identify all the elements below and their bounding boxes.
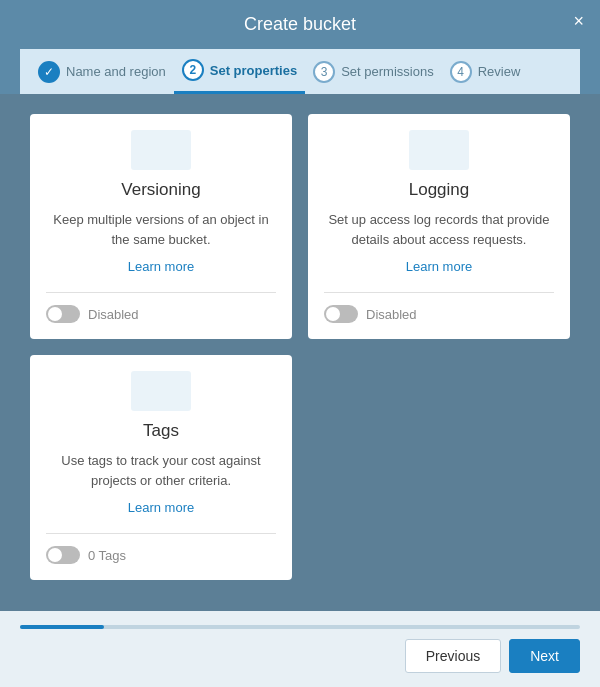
step-3-circle: 3	[313, 61, 335, 83]
progress-bar-fill	[20, 625, 104, 629]
tags-divider	[46, 533, 276, 534]
step-3-label: Set permissions	[341, 64, 433, 79]
close-button[interactable]: ×	[573, 12, 584, 30]
step-1-circle: ✓	[38, 61, 60, 83]
tags-toggle-row: 0 Tags	[46, 546, 276, 564]
footer-buttons: Previous Next	[20, 639, 580, 673]
logging-description: Set up access log records that provide d…	[324, 210, 554, 249]
step-name-region[interactable]: ✓ Name and region	[30, 51, 174, 93]
step-1-label: Name and region	[66, 64, 166, 79]
progress-bar-container	[20, 625, 580, 629]
tags-title: Tags	[143, 421, 179, 441]
step-review[interactable]: 4 Review	[442, 51, 570, 93]
versioning-learn-more[interactable]: Learn more	[128, 259, 194, 274]
versioning-description: Keep multiple versions of an object in t…	[46, 210, 276, 249]
versioning-toggle-label: Disabled	[88, 307, 139, 322]
versioning-title: Versioning	[121, 180, 200, 200]
logging-toggle-row: Disabled	[324, 305, 554, 323]
tags-learn-more[interactable]: Learn more	[128, 500, 194, 515]
tags-description: Use tags to track your cost against proj…	[46, 451, 276, 490]
modal-title: Create bucket	[244, 14, 356, 35]
versioning-toggle[interactable]	[46, 305, 80, 323]
step-2-circle: 2	[182, 59, 204, 81]
versioning-toggle-row: Disabled	[46, 305, 276, 323]
step-set-permissions[interactable]: 3 Set permissions	[305, 51, 441, 93]
versioning-divider	[46, 292, 276, 293]
logging-title: Logging	[409, 180, 470, 200]
tags-icon-area	[131, 371, 191, 411]
step-2-label: Set properties	[210, 63, 297, 78]
step-set-properties[interactable]: 2 Set properties	[174, 49, 305, 94]
tags-toggle[interactable]	[46, 546, 80, 564]
logging-divider	[324, 292, 554, 293]
logging-icon-area	[409, 130, 469, 170]
steps-bar: ✓ Name and region 2 Set properties 3 Set…	[20, 49, 580, 94]
logging-card: Logging Set up access log records that p…	[308, 114, 570, 339]
logging-learn-more[interactable]: Learn more	[406, 259, 472, 274]
versioning-icon-area	[131, 130, 191, 170]
logging-toggle[interactable]	[324, 305, 358, 323]
previous-button[interactable]: Previous	[405, 639, 501, 673]
cards-grid: Versioning Keep multiple versions of an …	[30, 114, 570, 580]
modal-header: Create bucket × ✓ Name and region 2 Set …	[0, 0, 600, 94]
logging-toggle-label: Disabled	[366, 307, 417, 322]
tags-toggle-label: 0 Tags	[88, 548, 126, 563]
tags-card: Tags Use tags to track your cost against…	[30, 355, 292, 580]
create-bucket-modal: Create bucket × ✓ Name and region 2 Set …	[0, 0, 600, 687]
step-4-circle: 4	[450, 61, 472, 83]
versioning-card: Versioning Keep multiple versions of an …	[30, 114, 292, 339]
modal-footer: Previous Next	[0, 611, 600, 687]
step-4-label: Review	[478, 64, 521, 79]
modal-body: Versioning Keep multiple versions of an …	[0, 94, 600, 611]
next-button[interactable]: Next	[509, 639, 580, 673]
